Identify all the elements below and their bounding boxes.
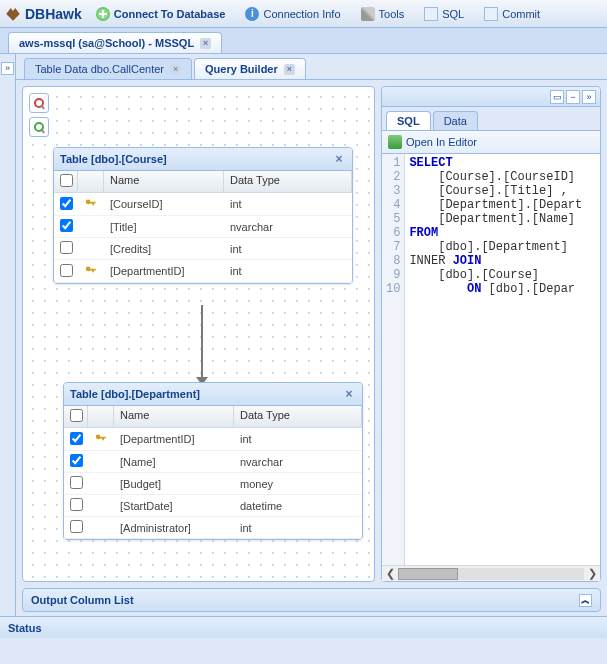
column-checkbox[interactable]	[70, 432, 83, 445]
column-checkbox[interactable]	[60, 219, 73, 232]
column-type: int	[224, 262, 352, 280]
wrench-icon	[361, 7, 375, 21]
table-header: Name Data Type	[64, 406, 362, 428]
column-name: [Budget]	[114, 475, 234, 493]
sql-code: SELECT [Course].[CourseID] [Course].[Tit…	[405, 154, 586, 565]
open-editor-icon	[388, 135, 402, 149]
close-icon[interactable]: ×	[284, 64, 295, 75]
expand-sidebar-button[interactable]: »	[1, 62, 14, 75]
scroll-left-icon[interactable]: ❮	[382, 567, 398, 580]
table-title: Table [dbo].[Course]	[60, 153, 167, 165]
scroll-thumb[interactable]	[398, 568, 458, 580]
select-all-checkbox[interactable]	[70, 409, 83, 422]
open-in-editor-button[interactable]: Open In Editor	[406, 136, 477, 148]
column-type: int	[224, 240, 352, 258]
info-icon: i	[245, 7, 259, 21]
close-icon[interactable]: ×	[332, 152, 346, 166]
table-row[interactable]: [Credits]int	[54, 238, 352, 260]
table-row[interactable]: [StartDate]datetime	[64, 495, 362, 517]
column-name: [CourseID]	[104, 195, 224, 213]
table-row[interactable]: [DepartmentID]int	[64, 428, 362, 451]
tab-query-builder[interactable]: Query Builder ×	[194, 58, 306, 79]
tab-data[interactable]: Data	[433, 111, 478, 130]
table-title: Table [dbo].[Department]	[70, 388, 200, 400]
commit-button[interactable]: Commit	[478, 5, 546, 23]
column-name: [Credits]	[104, 240, 224, 258]
table-course[interactable]: Table [dbo].[Course] × Name Data Type [C…	[53, 147, 353, 284]
column-name: [Title]	[104, 218, 224, 236]
connect-db-button[interactable]: Connect To Database	[90, 5, 232, 23]
add-icon	[96, 7, 110, 21]
main-toolbar: DBHawk Connect To Database i Connection …	[0, 0, 607, 28]
close-icon[interactable]: ×	[342, 387, 356, 401]
column-checkbox[interactable]	[70, 498, 83, 511]
sidebar-collapse: »	[0, 54, 16, 616]
table-row[interactable]: [Title]nvarchar	[54, 216, 352, 238]
table-row[interactable]: [Budget]money	[64, 473, 362, 495]
column-name: [DepartmentID]	[104, 262, 224, 280]
app-name: DBHawk	[25, 6, 82, 22]
column-type: nvarchar	[224, 218, 352, 236]
column-type: int	[234, 430, 362, 448]
column-checkbox[interactable]	[60, 241, 73, 254]
expand-right-button[interactable]: »	[582, 90, 596, 104]
app-logo: DBHawk	[4, 5, 82, 23]
close-icon[interactable]: ×	[170, 64, 181, 75]
table-row[interactable]: [Name]nvarchar	[64, 451, 362, 473]
foreign-key-icon	[84, 263, 98, 277]
tools-button[interactable]: Tools	[355, 5, 411, 23]
connection-info-button[interactable]: i Connection Info	[239, 5, 346, 23]
commit-icon	[484, 7, 498, 21]
editor-tab-strip: Table Data dbo.CallCenter × Query Builde…	[16, 54, 607, 80]
minimize-button[interactable]: ▭	[550, 90, 564, 104]
column-type: int	[224, 195, 352, 213]
output-column-list-panel[interactable]: Output Column List ︽	[22, 588, 601, 612]
zoom-out-button[interactable]	[29, 93, 49, 113]
line-gutter: 1 2 3 4 5 6 7 8 9 10	[382, 154, 405, 565]
collapse-button[interactable]: −	[566, 90, 580, 104]
table-row[interactable]: [Administrator]int	[64, 517, 362, 539]
close-icon[interactable]: ×	[200, 38, 211, 49]
column-name: [Administrator]	[114, 519, 234, 537]
query-canvas[interactable]: Table [dbo].[Course] × Name Data Type [C…	[22, 86, 375, 582]
column-checkbox[interactable]	[60, 197, 73, 210]
column-checkbox[interactable]	[70, 454, 83, 467]
column-type: datetime	[234, 497, 362, 515]
sql-icon	[424, 7, 438, 21]
horizontal-scrollbar[interactable]: ❮ ❯	[382, 565, 600, 581]
table-row[interactable]: [CourseID]int	[54, 193, 352, 216]
magnifier-plus-icon	[34, 122, 44, 132]
table-header: Name Data Type	[54, 171, 352, 193]
primary-key-icon	[94, 431, 108, 445]
column-name: [DepartmentID]	[114, 430, 234, 448]
status-bar: Status	[0, 616, 607, 638]
tab-table-data[interactable]: Table Data dbo.CallCenter ×	[24, 58, 192, 79]
zoom-in-button[interactable]	[29, 117, 49, 137]
sql-preview-panel: ▭ − » SQL Data Open In Editor 1 2 3 4 5 …	[381, 86, 601, 582]
select-all-checkbox[interactable]	[60, 174, 73, 187]
sql-button[interactable]: SQL	[418, 5, 470, 23]
magnifier-minus-icon	[34, 98, 44, 108]
column-checkbox[interactable]	[70, 476, 83, 489]
expand-up-icon[interactable]: ︽	[579, 594, 592, 607]
column-checkbox[interactable]	[70, 520, 83, 533]
connection-tab-strip: aws-mssql (sa@School) - MSSQL ×	[0, 28, 607, 54]
hawk-icon	[4, 5, 22, 23]
table-department[interactable]: Table [dbo].[Department] × Name Data Typ…	[63, 382, 363, 540]
tab-sql[interactable]: SQL	[386, 111, 431, 130]
scroll-right-icon[interactable]: ❯	[584, 567, 600, 580]
column-type: money	[234, 475, 362, 493]
column-name: [Name]	[114, 453, 234, 471]
column-name: [StartDate]	[114, 497, 234, 515]
connection-tab[interactable]: aws-mssql (sa@School) - MSSQL ×	[8, 32, 222, 53]
join-line	[201, 305, 203, 383]
column-type: int	[234, 519, 362, 537]
primary-key-icon	[84, 196, 98, 210]
column-checkbox[interactable]	[60, 264, 73, 277]
sql-editor[interactable]: 1 2 3 4 5 6 7 8 9 10 SELECT [Course].[Co…	[382, 154, 600, 565]
table-row[interactable]: [DepartmentID]int	[54, 260, 352, 283]
column-type: nvarchar	[234, 453, 362, 471]
